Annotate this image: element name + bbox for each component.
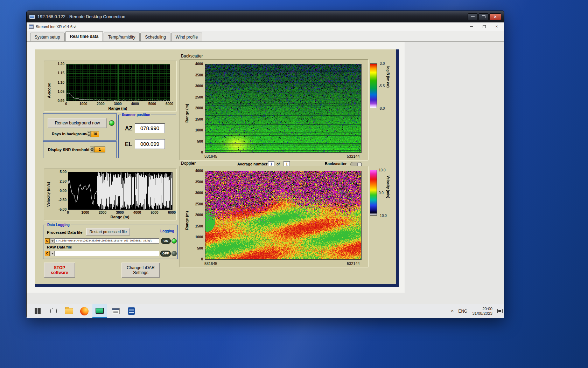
rdp-close-button[interactable]: × [489,13,501,20]
tick-label: 3000 [114,102,121,106]
processed-browse-button[interactable] [50,238,55,244]
tick-label: -2.50 [58,198,66,202]
rdp-maximize-button[interactable] [478,13,489,20]
tab-temp-humidity[interactable]: Temp/humidity [104,33,140,41]
rdp-titlebar[interactable]: 192.168.0.122 - Remote Desktop Connectio… [27,11,504,22]
backscatter-x-start-label: 531645 [204,154,217,158]
tick-label: 1000 [195,235,203,239]
doppler-x-start-label: 531645 [204,261,217,266]
tab-wind-profile[interactable]: Wind profile [171,33,202,41]
logging-label: Logging [160,229,174,233]
backscatter-title: Backscatter [181,54,203,59]
rays-in-background-label: Rays in background [52,132,89,136]
snr-spinner[interactable] [90,146,94,152]
tick-label: -3.0 [379,62,385,66]
streamline-taskbar-button[interactable] [92,304,107,318]
tick-label: 2000 [99,211,106,214]
tick-label: 2500 [195,95,203,99]
maximize-icon [482,15,485,18]
processed-logging-led [172,238,177,244]
velocity-y-axis-label: Velocity (m/s) [46,175,50,207]
rays-spinner[interactable] [87,131,91,137]
app-minimize-button[interactable] [466,23,477,30]
tab-system-setup[interactable]: System setup [30,33,65,41]
stop-software-button[interactable]: STOP software [44,263,75,278]
tick-label: 0 [65,102,67,106]
task-view-button[interactable] [46,304,61,318]
tick-label: 1.10 [58,80,64,84]
snr-value-field[interactable]: 1 [94,146,105,152]
windows-logo-icon [35,308,41,314]
labview-button[interactable] [124,304,139,318]
raw-logging-toggle[interactable]: OFF [160,251,171,257]
increment-icon [91,147,93,149]
renew-background-button[interactable]: Renew background now [48,118,107,128]
doppler-title: Doppler [181,161,196,166]
tick-label: 2000 [97,102,104,106]
front-panel-frame: A-scope 1.201.151.101.050.99 01000200030… [35,49,399,287]
raw-logging-led [172,251,177,256]
tick-label: 1500 [195,117,203,121]
processed-logging-toggle[interactable]: ON [161,238,171,244]
data-logging-box: Data Logging Processed Data file Restart… [43,225,178,259]
firefox-button[interactable] [77,304,92,318]
language-indicator[interactable]: ENG [458,309,467,314]
rdp-window-title: 192.168.0.122 - Remote Desktop Connectio… [37,14,125,19]
doppler-y-axis-label: Range (m) [185,202,189,230]
tab-scheduling[interactable]: Scheduling [140,33,170,41]
app-restore-button[interactable] [479,23,489,30]
rays-value-field[interactable]: 10 [91,131,99,137]
tick-label: -8.0 [379,107,385,110]
tick-label: -10.0 [379,214,387,218]
raw-path-field[interactable] [55,251,159,256]
start-button[interactable] [30,304,45,318]
scan-scheduler-button[interactable] [108,304,123,318]
velocity-plot-group: Velocity (m/s) 5.002.500.00-2.50-5.00 01… [44,169,177,220]
tick-label: 1500 [195,224,203,228]
renew-background-led [109,120,114,126]
processed-drive-selector[interactable]: C [45,238,50,244]
decrement-icon [91,150,93,152]
tick-label: 5.00 [60,170,66,174]
change-lidar-label-2: Settings [122,270,159,275]
tray-expand-button[interactable]: ^ [451,309,453,313]
stop-software-label-1: STOP [44,265,75,270]
data-logging-title: Data Logging [46,223,71,227]
raw-drive-selector[interactable]: C [45,251,50,256]
tick-label: 500 [197,139,203,143]
rdp-minimize-button[interactable] [468,13,478,20]
action-center-icon[interactable] [497,309,503,313]
tick-label: 3000 [195,191,203,195]
backscatter-colorbar [370,63,377,108]
tick-label: 0 [201,150,203,154]
tick-label: 2.50 [60,179,66,183]
change-lidar-label-1: Change LiDAR [122,265,159,270]
background-controls-box: Renew background now Rays in background … [43,113,117,141]
tick-label: 1.20 [58,62,64,66]
task-view-icon [50,309,57,313]
processed-path-field[interactable]: C:\Lidar\Data\Proc\2023\202308\20230831\… [55,238,159,244]
decrement-icon [88,135,90,136]
restart-processed-file-button[interactable]: Restart processed file [86,228,130,236]
display-snr-threshold-label: Display SNR threshold [48,148,90,152]
rdp-window: 192.168.0.122 - Remote Desktop Connectio… [26,11,504,318]
tick-label: 4000 [133,211,141,214]
app-close-button[interactable]: × [491,23,502,30]
app-titlebar[interactable]: StreamLine XR v14-6.vi × [27,22,504,31]
taskbar-clock[interactable]: 20:00 31/08/2023 [472,307,492,316]
tick-label: 1000 [195,128,203,132]
tick-label: 1000 [79,102,87,106]
scheduler-window-icon [112,308,120,314]
doppler-plot-group: Range (m) 400035003000250020001500100050… [180,166,369,267]
tab-real-time-data[interactable]: Real time data [65,31,103,41]
file-explorer-button[interactable] [62,304,76,318]
folder-icon [65,308,73,314]
app-content: A-scope 1.201.151.101.050.99 01000200030… [27,42,504,304]
ascope-y-ticks: 1.201.151.101.050.99 [54,64,65,101]
raw-browse-button[interactable] [50,251,55,256]
tick-label: 5000 [148,102,156,106]
increment-icon [88,132,90,133]
minimize-icon [470,26,473,27]
change-lidar-settings-button[interactable]: Change LiDAR Settings [121,263,160,278]
browse-icon [51,240,54,242]
